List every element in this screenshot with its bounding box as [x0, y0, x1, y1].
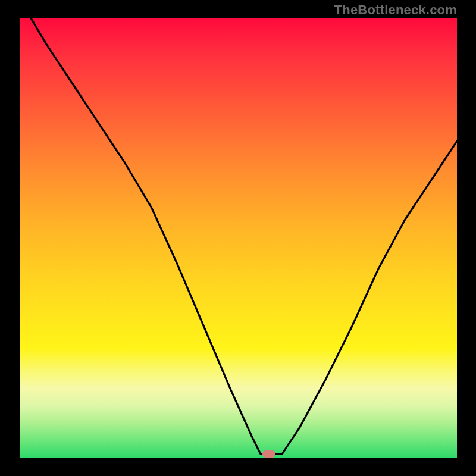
chart-container: TheBottleneck.com	[0, 0, 476, 476]
bottleneck-curve	[20, 18, 457, 458]
minimum-marker	[262, 450, 275, 458]
plot-area	[20, 18, 457, 458]
watermark-text: TheBottleneck.com	[334, 2, 457, 18]
